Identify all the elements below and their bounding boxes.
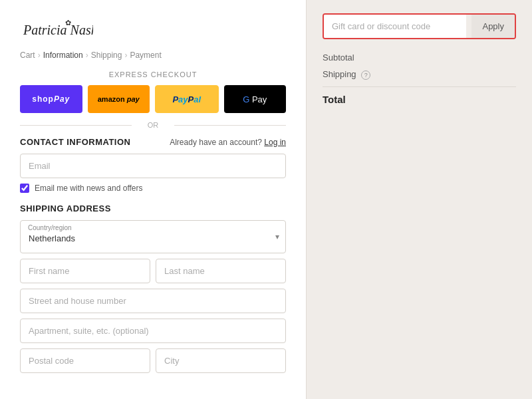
shoppay-icon: shopPay (32, 94, 70, 104)
breadcrumb: Cart › Information › Shipping › Payment (20, 51, 286, 60)
left-panel: ✿ Patricia Nash Cart › Information › Shi… (0, 0, 306, 399)
postal-city-row (20, 348, 286, 373)
amazonpay-button[interactable]: amazon pay (88, 85, 150, 113)
last-name-input[interactable] (156, 259, 286, 283)
summary-divider (323, 86, 516, 87)
or-divider: OR (20, 121, 286, 129)
newsletter-checkbox[interactable] (20, 184, 29, 193)
shipping-section: SHIPPING ADDRESS Country/region Netherla… (20, 203, 286, 373)
breadcrumb-sep-3: › (124, 51, 127, 60)
breadcrumb-payment[interactable]: Payment (130, 51, 161, 60)
city-input[interactable] (156, 348, 286, 373)
breadcrumb-information[interactable]: Information (43, 51, 83, 60)
breadcrumb-sep-2: › (86, 51, 88, 60)
first-name-input[interactable] (20, 259, 150, 283)
postal-input[interactable] (20, 348, 150, 373)
shipping-title: SHIPPING ADDRESS (20, 203, 286, 213)
logo-area: ✿ Patricia Nash (20, 13, 286, 45)
apartment-input[interactable] (20, 319, 286, 343)
gpay-icon: G Pay (243, 94, 267, 104)
subtotal-label: Subtotal (323, 53, 354, 63)
shipping-row: Shipping ? (323, 69, 516, 80)
logo-svg: ✿ Patricia Nash (20, 13, 93, 45)
amazonpay-icon: amazon pay (98, 95, 140, 103)
breadcrumb-sep-1: › (38, 51, 41, 60)
shipping-label: Shipping ? (323, 69, 370, 80)
login-anchor[interactable]: Log in (264, 138, 286, 147)
contact-header: CONTACT INFORMATION Already have an acco… (20, 137, 286, 147)
paypal-button[interactable]: PayPal (155, 85, 219, 113)
total-label: Total (323, 94, 346, 105)
shoppay-button[interactable]: shopPay (20, 85, 82, 113)
gpay-button[interactable]: G Pay (224, 85, 287, 113)
apply-button[interactable]: Apply (471, 15, 515, 38)
express-checkout-buttons: shopPay amazon pay PayPal G Pay (20, 85, 286, 113)
shipping-info-icon[interactable]: ? (361, 70, 370, 80)
logo: ✿ Patricia Nash (20, 13, 286, 45)
express-checkout-label: EXPRESS CHECKOUT (20, 70, 286, 78)
newsletter-row: Email me with news and offers (20, 184, 286, 193)
street-input[interactable] (20, 289, 286, 313)
newsletter-label: Email me with news and offers (35, 184, 143, 193)
name-row (20, 259, 286, 283)
country-select[interactable]: Netherlands (20, 220, 286, 253)
svg-text:Patricia Nash: Patricia Nash (23, 23, 93, 37)
country-select-wrapper: Country/region Netherlands ▾ (20, 220, 286, 253)
subtotal-row: Subtotal (323, 53, 516, 63)
login-link-text: Already have an account? Log in (170, 138, 286, 147)
discount-input[interactable] (324, 15, 466, 38)
total-row: Total (323, 94, 516, 105)
breadcrumb-cart[interactable]: Cart (20, 51, 35, 60)
right-panel: Apply Subtotal Shipping ? Total (306, 0, 532, 399)
discount-row: Apply (323, 13, 516, 39)
breadcrumb-shipping[interactable]: Shipping (91, 51, 122, 60)
email-input[interactable] (20, 154, 286, 178)
paypal-icon: PayPal (172, 94, 201, 104)
contact-title: CONTACT INFORMATION (20, 137, 130, 147)
